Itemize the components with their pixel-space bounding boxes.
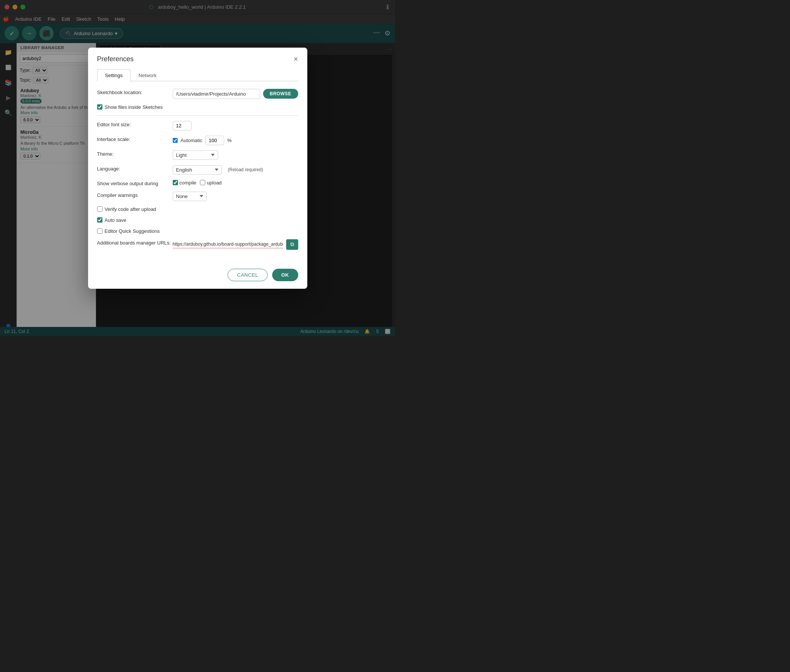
font-size-label: Editor font size:: [97, 121, 173, 127]
compiler-warnings-label: Compiler warnings: [97, 192, 173, 198]
path-row: BROWSE: [173, 89, 298, 99]
modal-title: Preferences: [97, 55, 134, 63]
font-size-input[interactable]: [173, 121, 192, 130]
compiler-warnings-control: None Default More All: [173, 192, 298, 201]
theme-row: Theme: Light Dark System: [97, 150, 298, 160]
font-size-row: Editor font size:: [97, 121, 298, 130]
auto-scale-label: Automatic: [181, 138, 203, 143]
percent-label: %: [227, 138, 232, 143]
show-files-row: Show files inside Sketches: [97, 104, 298, 110]
verbose-checks: compile upload: [173, 180, 298, 186]
sketchbook-path-input[interactable]: [173, 89, 260, 99]
auto-save-label: Auto save: [105, 217, 126, 223]
tab-settings[interactable]: Settings: [97, 69, 131, 81]
verbose-control: compile upload: [173, 180, 298, 186]
quick-suggestions-checkbox[interactable]: [97, 228, 102, 234]
scale-input[interactable]: [205, 136, 224, 145]
section-divider: [97, 115, 298, 116]
additional-urls-label: Additional boards manager URLs:: [97, 239, 173, 246]
font-size-control: [173, 121, 298, 130]
quick-suggestions-row: Editor Quick Suggestions: [97, 228, 298, 234]
cancel-button[interactable]: CANCEL: [227, 269, 268, 281]
interface-scale-row: Interface scale: Automatic %: [97, 136, 298, 145]
show-files-label: Show files inside Sketches: [105, 104, 163, 110]
theme-label: Theme:: [97, 150, 173, 157]
quick-suggestions-label: Editor Quick Suggestions: [105, 228, 160, 234]
interface-scale-label: Interface scale:: [97, 136, 173, 142]
compiler-warnings-row: Compiler warnings None Default More All: [97, 192, 298, 201]
ok-button[interactable]: OK: [272, 269, 298, 281]
compiler-warnings-select[interactable]: None Default More All: [173, 192, 207, 201]
compile-label: compile: [179, 180, 197, 186]
auto-scale-checkbox[interactable]: [173, 138, 178, 143]
reload-note: (Reload required): [228, 167, 263, 172]
modal-header: Preferences ×: [88, 48, 307, 63]
verbose-row: Show verbose output during compile uploa…: [97, 180, 298, 186]
theme-select[interactable]: Light Dark System: [173, 150, 218, 160]
verify-label: Verify code after upload: [105, 206, 157, 212]
additional-urls-row: Additional boards manager URLs: ⧉: [97, 239, 298, 250]
copy-url-button[interactable]: ⧉: [286, 239, 298, 250]
modal-overlay: Preferences × Settings Network Sketchboo…: [0, 0, 395, 336]
verify-checkbox[interactable]: [97, 206, 102, 212]
sketchbook-control: BROWSE: [173, 89, 298, 99]
additional-urls-input[interactable]: [173, 240, 283, 248]
additional-urls-control: ⧉: [173, 239, 298, 250]
modal-footer: CANCEL OK: [88, 263, 307, 289]
scale-row: Automatic %: [173, 136, 298, 145]
language-row: Language: English Deutsch Español (Reloa…: [97, 165, 298, 174]
preferences-modal: Preferences × Settings Network Sketchboo…: [88, 48, 307, 289]
modal-tabs: Settings Network: [97, 69, 298, 81]
auto-save-row: Auto save: [97, 217, 298, 223]
interface-scale-control: Automatic %: [173, 136, 298, 145]
verify-row: Verify code after upload: [97, 206, 298, 212]
modal-body: Sketchbook location: BROWSE Show files i…: [88, 81, 307, 263]
sketchbook-label: Sketchbook location:: [97, 89, 173, 95]
language-label: Language:: [97, 165, 173, 171]
browse-button[interactable]: BROWSE: [263, 89, 298, 99]
verbose-label: Show verbose output during: [97, 180, 173, 186]
language-select[interactable]: English Deutsch Español: [173, 165, 222, 174]
upload-check: upload: [200, 180, 222, 186]
upload-label: upload: [207, 180, 222, 186]
tab-network[interactable]: Network: [130, 69, 165, 81]
theme-control: Light Dark System: [173, 150, 298, 160]
url-row: ⧉: [173, 239, 298, 250]
copy-icon: ⧉: [290, 241, 294, 248]
show-files-checkbox[interactable]: [97, 104, 102, 110]
modal-close-button[interactable]: ×: [294, 55, 298, 63]
upload-checkbox[interactable]: [200, 180, 205, 185]
compile-checkbox[interactable]: [173, 180, 178, 185]
compile-check: compile: [173, 180, 197, 186]
language-control: English Deutsch Español (Reload required…: [173, 165, 298, 174]
sketchbook-row: Sketchbook location: BROWSE: [97, 89, 298, 99]
auto-save-checkbox[interactable]: [97, 217, 102, 222]
